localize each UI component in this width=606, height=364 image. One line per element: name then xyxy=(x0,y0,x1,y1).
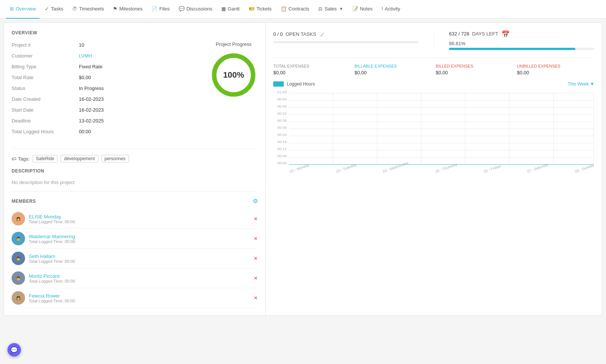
svg-text:00:06: 00:06 xyxy=(277,154,287,158)
svg-text:01:00: 01:00 xyxy=(277,90,287,94)
progress-label: Project Progress xyxy=(209,41,258,47)
sales-icon: ⚖ xyxy=(318,6,323,12)
member-info-3: 👨 Moritz Piccard Total Logged Time: 00:0… xyxy=(12,271,75,285)
unbilled-expenses-value: $0,00 xyxy=(517,70,594,75)
members-settings-icon[interactable]: ⚙ xyxy=(253,197,258,205)
overview-title: OVERVIEW xyxy=(12,30,258,35)
nav-item-overview[interactable]: ⊞Overview xyxy=(6,0,40,19)
member-name-4[interactable]: Felecia Rower xyxy=(29,293,75,299)
legend-color-box xyxy=(273,81,284,87)
svg-text:00:36: 00:36 xyxy=(277,118,287,122)
open-tasks-label: OPEN TASKS xyxy=(286,31,316,37)
timesheets-icon: ⏱ xyxy=(72,6,77,12)
days-left-bar-bg xyxy=(449,48,594,50)
unbilled-expenses: UNBILLED EXPENSES $0,00 xyxy=(517,64,594,75)
member-info-0: 👩 ELISE Monday Total Logged Time: 00:00 xyxy=(12,212,75,225)
nav-item-timesheets[interactable]: ⏱Timesheets xyxy=(68,0,108,19)
tag-developpement[interactable]: développement xyxy=(61,155,98,162)
this-week-button[interactable]: This Week ▼ xyxy=(568,81,594,87)
tickets-icon: 🎫 xyxy=(249,6,255,12)
field-label-date-created: Date Created xyxy=(12,96,79,103)
field-value-project-#: 10 xyxy=(79,41,104,49)
nav-item-activity[interactable]: !Activity xyxy=(378,0,404,19)
remove-member-0[interactable]: ✕ xyxy=(253,216,258,222)
member-info-4: 👩 Felecia Rower Total Logged Time: 00:00 xyxy=(12,291,75,305)
field-value-date-created: 16-02-2023 xyxy=(79,96,104,103)
avatar-2: 👨 xyxy=(12,252,25,265)
open-tasks-bar xyxy=(273,41,419,43)
days-left-block: 632 / 728 DAYS LEFT 📅 86.81% xyxy=(434,30,594,50)
field-label-total-logged-hours: Total Logged Hours xyxy=(12,128,79,135)
svg-text:00:54: 00:54 xyxy=(277,97,287,101)
svg-text:00:42: 00:42 xyxy=(277,111,287,115)
tasks-icon: ✓ xyxy=(45,6,49,12)
field-value-deadline: 13-02-2025 xyxy=(79,117,104,124)
member-name-2[interactable]: Seth Hallam xyxy=(29,253,75,259)
nav-item-contracts[interactable]: 📋Contracts xyxy=(277,0,313,19)
member-time-4: Total Logged Time: 00:00 xyxy=(29,299,75,303)
tag-icon: 🏷 xyxy=(12,156,16,162)
total-expenses-value: $0,00 xyxy=(273,70,351,75)
members-header: MEMBERS ⚙ xyxy=(12,197,258,205)
discussions-icon: 💬 xyxy=(179,6,185,12)
progress-value: 100% xyxy=(223,70,244,80)
member-time-2: Total Logged Time: 00:00 xyxy=(29,259,75,264)
progress-donut: 100% xyxy=(209,51,258,99)
legend-label: Logged Hours xyxy=(287,81,315,87)
billable-expenses-value: $0,00 xyxy=(354,70,432,75)
open-tasks-block: 0 / 0 OPEN TASKS ✓ xyxy=(273,30,419,50)
nav-item-tasks[interactable]: ✓Tasks xyxy=(41,0,67,19)
member-name-3[interactable]: Moritz Piccard xyxy=(29,273,75,279)
gantt-icon: ▦ xyxy=(221,6,226,12)
chart-header: Logged Hours This Week ▼ xyxy=(273,81,594,87)
member-time-1: Total Logged Time: 00:00 xyxy=(29,239,75,244)
member-info-1: 👨 Waldemar Mannering Total Logged Time: … xyxy=(12,232,75,245)
member-row-4: 👩 Felecia Rower Total Logged Time: 00:00… xyxy=(12,288,258,308)
description-title: DESCRIPTION xyxy=(12,168,258,174)
field-value-customer[interactable]: LVMH xyxy=(79,52,104,59)
days-left-bar-fill xyxy=(449,48,575,50)
member-name-1[interactable]: Waldemar Mannering xyxy=(29,234,75,239)
member-time-3: Total Logged Time: 00:00 xyxy=(29,279,75,283)
remove-member-4[interactable]: ✕ xyxy=(253,295,258,301)
activity-icon: ! xyxy=(382,6,383,12)
field-value-billing-type: Fixed Rate xyxy=(79,63,104,70)
members-title: MEMBERS xyxy=(12,199,36,204)
tag-saferide[interactable]: SafeRide xyxy=(33,155,58,162)
field-label-project-#: Project # xyxy=(12,41,79,49)
nav-item-milestones[interactable]: ⚑Milestones xyxy=(109,0,146,19)
nav-item-gantt[interactable]: ▦Gantt xyxy=(218,0,243,19)
expenses-row: TOTAL EXPENSES $0,00 BILLABLE EXPENSES $… xyxy=(273,57,594,75)
nav-item-discussions[interactable]: 💬Discussions xyxy=(175,0,216,19)
avatar-0: 👩 xyxy=(12,212,25,225)
member-name-0[interactable]: ELISE Monday xyxy=(29,214,75,220)
remove-member-1[interactable]: ✕ xyxy=(253,236,258,242)
nav-item-notes[interactable]: 📝Notes xyxy=(348,0,376,19)
nav-item-tickets[interactable]: 🎫Tickets xyxy=(245,0,276,19)
nav-item-sales[interactable]: ⚖Sales▼ xyxy=(314,0,347,19)
svg-text:00:24: 00:24 xyxy=(277,133,287,137)
notes-icon: 📝 xyxy=(352,6,358,12)
tag-personnes[interactable]: personnes xyxy=(101,155,129,162)
check-circle-icon: ✓ xyxy=(319,30,326,39)
total-expenses-label: TOTAL EXPENSES xyxy=(273,64,351,68)
nav-item-files[interactable]: 📄Files xyxy=(148,0,173,19)
billed-expenses-label: BILLED EXPENSES xyxy=(436,64,513,68)
member-row-2: 👨 Seth Hallam Total Logged Time: 00:00 ✕ xyxy=(12,249,258,268)
remove-member-2[interactable]: ✕ xyxy=(253,255,258,261)
members-list: 👩 ELISE Monday Total Logged Time: 00:00 … xyxy=(12,209,258,308)
chart-x-labels: 22 - Monday 23 - Tuesday 24 - Wednesday … xyxy=(273,168,594,174)
billed-expenses: BILLED EXPENSES $0,00 xyxy=(436,64,513,75)
billed-expenses-value: $0,00 xyxy=(436,70,513,75)
remove-member-3[interactable]: ✕ xyxy=(253,275,258,281)
chart-svg: 01:00 00:54 00:48 00:42 00:36 00:30 00:2… xyxy=(273,90,594,168)
tags-label: 🏷 Tags: xyxy=(12,156,30,162)
left-panel: OVERVIEW Project #10CustomerLVMHBilling … xyxy=(4,23,266,315)
days-left-pct: 86.81% xyxy=(449,41,594,46)
dropdown-arrow: ▼ xyxy=(339,7,343,11)
logged-hours-chart: 01:00 00:54 00:48 00:42 00:36 00:30 00:2… xyxy=(273,90,594,175)
unbilled-expenses-label: UNBILLED EXPENSES xyxy=(517,64,594,68)
svg-text:00:18: 00:18 xyxy=(277,140,287,144)
days-left-label: DAYS LEFT xyxy=(472,31,498,37)
svg-text:00:30: 00:30 xyxy=(277,125,287,130)
